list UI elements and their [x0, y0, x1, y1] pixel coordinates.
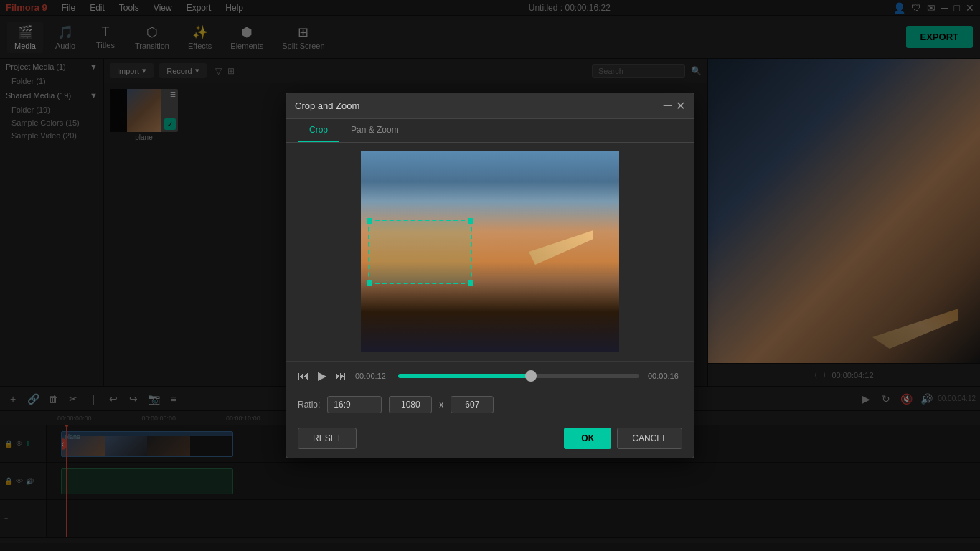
- dialog-preview-area: [361, 151, 619, 352]
- ok-button[interactable]: OK: [564, 428, 611, 449]
- skip-forward-button[interactable]: ⏭: [335, 369, 347, 382]
- current-time-label: 00:00:12: [355, 372, 390, 380]
- dimension-separator: x: [439, 400, 443, 410]
- progress-thumb[interactable]: [525, 370, 537, 382]
- total-time-label: 00:00:16: [648, 372, 682, 380]
- height-input[interactable]: [451, 396, 494, 413]
- tab-crop[interactable]: Crop: [298, 119, 339, 142]
- dialog-footer: RESET OK CANCEL: [286, 419, 694, 458]
- ratio-label: Ratio:: [298, 400, 320, 410]
- progress-bar[interactable]: [398, 374, 639, 378]
- dialog-overlay: Crop and Zoom ─ ✕ Crop Pan & Zoom: [0, 0, 980, 551]
- preview-image: [361, 151, 619, 352]
- width-input[interactable]: [389, 396, 432, 413]
- play-pause-button[interactable]: ▶: [318, 369, 326, 382]
- dialog-playback-controls: ⏮ ▶ ⏭ 00:00:12 00:00:16: [286, 361, 694, 390]
- crop-handle-top-left[interactable]: [367, 218, 372, 224]
- reset-button[interactable]: RESET: [298, 428, 357, 449]
- dialog-action-buttons: OK CANCEL: [564, 428, 682, 449]
- ratio-select[interactable]: 16:9 4:3 1:1 9:16 Custom: [327, 396, 382, 413]
- dialog-ratio-controls: Ratio: 16:9 4:3 1:1 9:16 Custom x: [286, 390, 694, 419]
- crop-box[interactable]: [368, 220, 472, 284]
- dialog-header: Crop and Zoom ─ ✕: [286, 93, 694, 119]
- crop-dialog: Crop and Zoom ─ ✕ Crop Pan & Zoom: [286, 93, 694, 458]
- crop-handle-bottom-right[interactable]: [468, 280, 473, 286]
- dialog-title: Crop and Zoom: [295, 100, 359, 111]
- crop-handle-bottom-left[interactable]: [367, 280, 372, 286]
- crop-handle-top-right[interactable]: [468, 218, 473, 224]
- skip-back-button[interactable]: ⏮: [298, 369, 309, 382]
- tab-pan-zoom[interactable]: Pan & Zoom: [339, 119, 410, 142]
- dialog-window-controls: ─ ✕: [664, 99, 685, 113]
- cancel-button[interactable]: CANCEL: [617, 428, 682, 449]
- dialog-minimize-icon[interactable]: ─: [664, 99, 672, 113]
- dialog-tabs: Crop Pan & Zoom: [286, 119, 694, 143]
- progress-fill: [398, 374, 531, 378]
- dialog-close-icon[interactable]: ✕: [676, 99, 685, 113]
